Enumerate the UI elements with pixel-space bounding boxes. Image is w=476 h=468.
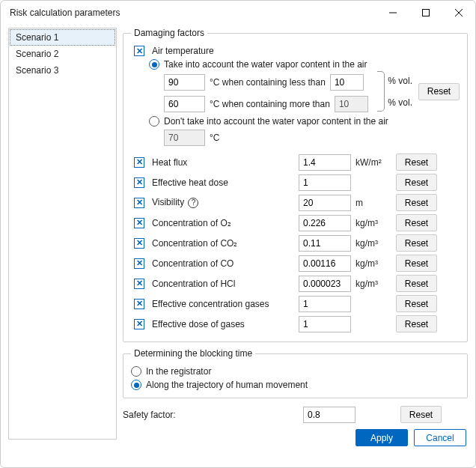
param-value-input[interactable] bbox=[299, 235, 351, 252]
param-reset-button[interactable]: Reset bbox=[396, 234, 437, 252]
pct-more-input bbox=[335, 96, 368, 112]
temp-more-desc: °C when containing more than bbox=[210, 99, 330, 109]
param-checkbox[interactable]: ✕ bbox=[134, 218, 144, 228]
window-title: Risk calculation parameters bbox=[10, 7, 376, 18]
param-reset-button[interactable]: Reset bbox=[396, 194, 437, 211]
help-icon[interactable]: ? bbox=[188, 198, 198, 208]
close-button[interactable] bbox=[442, 1, 475, 25]
safety-factor-row: Safety factor: Reset bbox=[123, 404, 468, 425]
air-temperature-checkbox[interactable]: ✕ bbox=[134, 46, 144, 56]
param-unit: kW/m² bbox=[356, 157, 391, 168]
param-row: ✕Effective dose of gasesReset bbox=[131, 314, 460, 334]
param-checkbox[interactable]: ✕ bbox=[134, 177, 144, 188]
vapor-dont-radio[interactable] bbox=[149, 116, 159, 127]
apply-button[interactable]: Apply bbox=[356, 429, 408, 446]
blocking-trajectory-row: Along the trajectory of human movement bbox=[131, 380, 460, 390]
param-checkbox[interactable]: ✕ bbox=[134, 198, 144, 208]
blocking-time-group: Determining the blocking time In the reg… bbox=[123, 348, 468, 398]
param-checkbox[interactable]: ✕ bbox=[134, 157, 144, 168]
dialog-buttons: Apply Cancel bbox=[123, 425, 468, 451]
blocking-legend: Determining the blocking time bbox=[131, 348, 255, 359]
blocking-trajectory-label: Along the trajectory of human movement bbox=[146, 380, 308, 390]
air-temperature-label: Air temperature bbox=[152, 46, 460, 56]
scenario-list: Scenario 1 Scenario 2 Scenario 3 bbox=[8, 28, 117, 440]
safety-factor-input[interactable] bbox=[303, 407, 356, 423]
vapor-more-row: °C when containing more than bbox=[164, 94, 377, 113]
blocking-trajectory-radio[interactable] bbox=[131, 380, 141, 390]
param-unit: kg/m³ bbox=[356, 238, 391, 249]
sidebar-item-scenario-1[interactable]: Scenario 1 bbox=[10, 29, 115, 46]
maximize-button[interactable] bbox=[409, 1, 442, 25]
vapor-less-row: °C when containing less than bbox=[164, 73, 377, 91]
air-temp-reset-button[interactable]: Reset bbox=[418, 83, 460, 100]
param-label: Heat flux bbox=[152, 157, 294, 168]
blocking-registrator-radio[interactable] bbox=[131, 366, 141, 377]
param-label: Effective concentration gases bbox=[152, 299, 294, 309]
pct-less-input[interactable] bbox=[330, 74, 364, 91]
pct-unit-2: % vol. bbox=[388, 97, 412, 108]
param-row: ✕Concentration of O₂kg/m³Reset bbox=[131, 213, 460, 233]
param-label: Effective heat dose bbox=[152, 177, 294, 188]
vapor-take-into-account-row: Take into account the water vapor conten… bbox=[149, 59, 460, 70]
temp-no-vapor-input bbox=[164, 130, 205, 146]
param-value-input[interactable] bbox=[299, 296, 351, 312]
safety-factor-label: Safety factor: bbox=[123, 410, 299, 420]
minimize-button[interactable] bbox=[376, 1, 409, 25]
svg-rect-1 bbox=[423, 10, 430, 16]
param-label: Visibility ? bbox=[152, 197, 294, 208]
param-checkbox[interactable]: ✕ bbox=[134, 279, 144, 289]
param-checkbox[interactable]: ✕ bbox=[134, 238, 144, 249]
param-checkbox[interactable]: ✕ bbox=[134, 258, 144, 269]
param-row: ✕Visibility ?mReset bbox=[131, 192, 460, 213]
param-reset-button[interactable]: Reset bbox=[396, 295, 437, 312]
damaging-factors-group: Damaging factors ✕ Air temperature Take … bbox=[123, 28, 468, 342]
param-value-input[interactable] bbox=[299, 255, 351, 272]
sidebar-item-scenario-3[interactable]: Scenario 3 bbox=[10, 62, 115, 79]
param-label: Effective dose of gases bbox=[152, 319, 294, 329]
param-value-input[interactable] bbox=[299, 174, 351, 191]
param-row: ✕Effective concentration gasesReset bbox=[131, 294, 460, 314]
param-value-input[interactable] bbox=[299, 154, 351, 171]
bracket-icon bbox=[377, 71, 385, 112]
blocking-registrator-label: In the registrator bbox=[146, 366, 211, 377]
param-label: Concentration of CO bbox=[152, 258, 294, 269]
param-value-input[interactable] bbox=[299, 195, 351, 211]
param-value-input[interactable] bbox=[299, 215, 351, 231]
vapor-dont-label: Don't take into account the water vapor … bbox=[164, 116, 388, 127]
param-unit: kg/m³ bbox=[356, 258, 391, 269]
damaging-legend: Damaging factors bbox=[131, 28, 207, 38]
param-value-input[interactable] bbox=[299, 316, 351, 332]
temp-no-vapor-unit: °C bbox=[210, 133, 219, 143]
temp-less-input[interactable] bbox=[164, 74, 205, 91]
title-bar: Risk calculation parameters bbox=[1, 1, 475, 25]
param-value-input[interactable] bbox=[299, 276, 351, 292]
param-unit: m bbox=[356, 198, 391, 208]
blocking-registrator-row: In the registrator bbox=[131, 366, 460, 377]
param-label: Concentration of O₂ bbox=[152, 218, 294, 228]
vapor-dont-value-row: °C bbox=[164, 130, 460, 146]
param-row: ✕Concentration of CO₂kg/m³Reset bbox=[131, 233, 460, 253]
param-unit: kg/m³ bbox=[356, 279, 391, 289]
param-checkbox[interactable]: ✕ bbox=[134, 319, 144, 329]
param-reset-button[interactable]: Reset bbox=[396, 174, 437, 191]
cancel-button[interactable]: Cancel bbox=[414, 429, 466, 446]
temp-less-desc: °C when containing less than bbox=[210, 77, 326, 88]
param-reset-button[interactable]: Reset bbox=[396, 315, 437, 332]
vapor-account-radio[interactable] bbox=[149, 59, 159, 70]
param-reset-button[interactable]: Reset bbox=[396, 154, 437, 171]
temp-more-input[interactable] bbox=[164, 96, 205, 112]
air-temperature-row: ✕ Air temperature bbox=[131, 46, 460, 56]
param-row: ✕Effective heat doseReset bbox=[131, 172, 460, 192]
param-row: ✕Heat fluxkW/m²Reset bbox=[131, 152, 460, 172]
param-reset-button[interactable]: Reset bbox=[396, 214, 437, 231]
vapor-account-label: Take into account the water vapor conten… bbox=[164, 59, 367, 70]
param-label: Concentration of CO₂ bbox=[152, 238, 294, 249]
param-checkbox[interactable]: ✕ bbox=[134, 299, 144, 309]
vapor-dont-row: Don't take into account the water vapor … bbox=[149, 116, 460, 127]
param-reset-button[interactable]: Reset bbox=[396, 255, 437, 272]
safety-reset-button[interactable]: Reset bbox=[400, 406, 442, 423]
param-row: ✕Concentration of HClkg/m³Reset bbox=[131, 273, 460, 294]
param-reset-button[interactable]: Reset bbox=[396, 275, 437, 292]
param-row: ✕Concentration of COkg/m³Reset bbox=[131, 253, 460, 273]
sidebar-item-scenario-2[interactable]: Scenario 2 bbox=[10, 46, 115, 62]
